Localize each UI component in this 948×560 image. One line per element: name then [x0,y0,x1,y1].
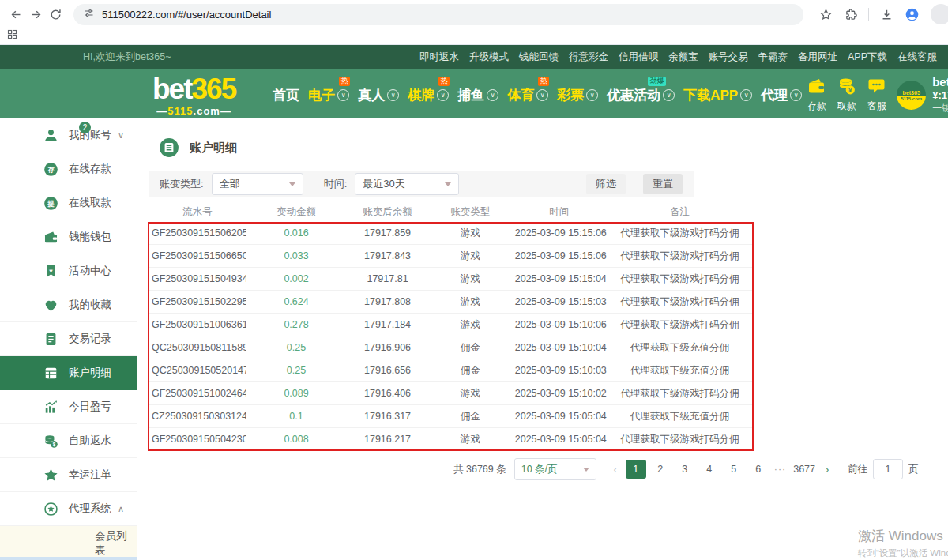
topbar-link-10[interactable]: 在线客服 [897,51,937,64]
next-page-button[interactable]: › [821,463,833,475]
table-row-6: QC250309150520147260.2517916.656佣金2025-0… [149,359,753,382]
quick-action-1[interactable]: ¥取款 [836,77,857,113]
page-button-3[interactable]: 3 [675,460,695,479]
hot-badge: 热 [538,77,549,86]
table-row-7: GF250309151002464500.08917916.406游戏2025-… [149,382,753,405]
page-button-4[interactable]: 4 [699,460,720,479]
sidebar-item-1[interactable]: 存在线存款 [0,152,137,186]
table-cell: 游戏 [429,387,512,400]
change-type-label: 账变类型: [160,177,204,191]
column-header-2: 账变后余额 [346,205,429,219]
one-click-recall-link[interactable]: 一键回归 [932,103,948,115]
table-cell: 2025-03-09 15:15:04 [512,273,607,284]
nav-item-3[interactable]: 热棋牌∨ [405,86,451,104]
divider [868,8,869,21]
table-cell: 代理获取下级游戏打码分佣 [607,227,753,240]
table-cell: GF25030915150665049 [149,250,246,261]
sidebar-item-0[interactable]: 我的账号2∨ [0,118,137,152]
page-button-3677[interactable]: 3677 [792,460,817,479]
downloads-icon[interactable] [877,5,896,24]
sidebar-item-5[interactable]: 我的收藏 [0,288,137,322]
sidebar-item-6[interactable]: 交易记录 [0,322,137,356]
bookmark-star-icon[interactable] [816,5,835,24]
notification-badge: 2 [79,122,91,133]
boom-badge: 劲爆 [648,77,666,86]
table-cell: GF25030915150229583 [149,296,246,307]
reset-button[interactable]: 重置 [643,174,683,194]
browser-menu-partial[interactable] [931,4,948,24]
goto-page-input[interactable] [873,459,903,479]
sidebar-item-2[interactable]: 提在线取款 [0,186,137,220]
topbar-link-8[interactable]: 备用网址 [798,51,837,64]
topbar-link-6[interactable]: 账号交易 [708,51,747,64]
table-cell: 0.008 [246,434,346,445]
nav-item-8[interactable]: 下载APP∨ [681,86,754,104]
site-logo[interactable]: bet365 —5115.com— [152,74,235,116]
reload-button[interactable] [49,5,62,24]
table-cell: 17916.217 [346,434,429,445]
topbar-links: 即时返水升级模式钱能回馈得意彩金信用借呗余额宝账号交易争霸赛备用网址APP下载在… [419,51,948,64]
nav-item-7[interactable]: 劲爆优惠活动∨ [604,86,677,104]
chart-icon [43,400,58,415]
table-cell: 2025-03-09 15:10:02 [512,388,607,399]
topbar-link-1[interactable]: 升级模式 [469,51,509,64]
sidebar-item-10[interactable]: 幸运注单 [0,458,137,492]
quick-action-2[interactable]: 客服 [866,77,887,113]
nav-item-1[interactable]: 热电子∨ [306,86,352,104]
page-button-2[interactable]: 2 [650,460,671,479]
topbar-link-0[interactable]: 即时返水 [419,51,459,64]
table-row-2: GF250309151504934270.00217917.81游戏2025-0… [149,268,753,291]
prev-page-button[interactable]: ‹ [609,463,622,475]
change-type-select[interactable]: 全部 [212,173,303,195]
quick-action-0[interactable]: 存款 [806,77,827,113]
topbar-link-7[interactable]: 争霸赛 [758,51,788,64]
sidebar-item-11[interactable]: 代理系统∧ [0,492,137,526]
sidebar-item-8[interactable]: 今日盈亏 [0,390,137,424]
sidebar-item-7[interactable]: 账户明细 [0,356,137,390]
profile-avatar[interactable] [902,5,921,24]
detail-icon [43,366,58,381]
filter-button[interactable]: 筛选 [586,174,626,194]
table-cell: 游戏 [429,318,512,332]
site-info-icon[interactable] [83,7,95,22]
topbar-link-5[interactable]: 余额宝 [668,51,698,64]
nav-item-6[interactable]: 彩票∨ [555,86,600,104]
table-cell: 2025-03-09 15:15:06 [512,227,607,239]
quick-action-label: 客服 [867,100,886,113]
sidebar-item-3[interactable]: 钱能钱包 [0,220,137,254]
account-logo-chip: bet365 5115.com [897,81,926,110]
forward-button[interactable] [29,5,43,24]
per-page-select[interactable]: 10 条/页 [514,458,596,480]
topbar-link-9[interactable]: APP下载 [848,51,887,64]
apps-grid-icon[interactable] [6,28,18,43]
topbar-link-2[interactable]: 钱能回馈 [519,51,559,64]
back-button[interactable] [9,5,23,24]
page-button-6[interactable]: 6 [748,460,769,479]
table-cell: 游戏 [429,227,512,240]
nav-item-2[interactable]: 真人∨ [356,86,401,104]
nav-item-9[interactable]: 代理∨ [758,86,804,104]
nav-item-0[interactable]: 首页 [270,86,302,104]
table-cell: 0.624 [246,296,346,307]
sidebar-item-12[interactable]: 会员列表 [0,526,137,560]
sidebar-item-9[interactable]: $自助返水 [0,424,137,458]
nav-item-label: 真人 [358,86,385,104]
chevron-down-icon: ∨ [536,89,548,101]
address-bar[interactable]: 511500222.com/#/user/accountDetail [73,4,803,25]
chevron-down-icon: ∨ [437,89,449,101]
nav-item-5[interactable]: 热体育∨ [505,86,551,104]
pager: ‹123456···3677› [609,460,833,479]
table-cell: 游戏 [429,433,512,446]
topbar-link-4[interactable]: 信用借呗 [619,51,658,64]
svg-text:¥: ¥ [848,87,852,94]
nav-item-4[interactable]: 捕鱼∨ [455,86,501,104]
sidebar-item-4[interactable]: ★活动中心 [0,254,137,288]
page: 511500222.com/#/user/accountDetail HI,欢迎… [0,0,948,560]
time-range-select[interactable]: 最近30天 [355,173,459,195]
time-range-value: 最近30天 [363,177,404,191]
page-button-5[interactable]: 5 [724,460,744,479]
extensions-icon[interactable] [841,5,860,24]
page-button-1[interactable]: 1 [626,460,646,479]
svg-text:提: 提 [47,199,55,207]
topbar-link-3[interactable]: 得意彩金 [569,51,608,64]
